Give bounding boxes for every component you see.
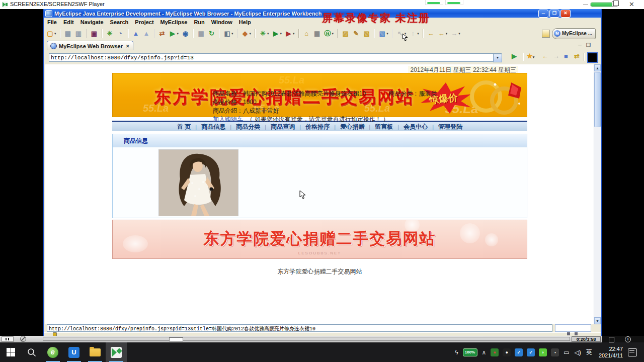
menu-search[interactable]: Search <box>110 19 129 25</box>
nav-item-4[interactable]: 商品查询 <box>271 123 295 130</box>
back-button[interactable]: ←▾ <box>437 29 449 39</box>
go-button[interactable]: ▶ <box>512 52 517 60</box>
power-icon[interactable]: ϟ <box>455 349 458 356</box>
nav-item-9[interactable]: 管理登陆 <box>438 123 462 130</box>
refresh-page-icon[interactable]: ⇄ <box>574 52 580 60</box>
nav-item-6[interactable]: 爱心捐赠 <box>340 123 364 130</box>
nav-item-3[interactable]: 商品分类 <box>236 123 260 130</box>
sync2-tray-icon[interactable]: ✓ <box>527 348 535 356</box>
close-button[interactable] <box>560 10 571 18</box>
no-loop-icon[interactable] <box>20 336 26 342</box>
chevron-up-icon[interactable]: ∧ <box>482 349 487 356</box>
seek-bar[interactable] <box>43 337 570 341</box>
dropdown-arrow-icon[interactable]: ▾ <box>386 32 388 36</box>
nav-item-8[interactable]: 会员中心 <box>404 123 428 130</box>
print-button[interactable]: ▥ <box>74 29 84 39</box>
menu-project[interactable]: Project <box>135 19 153 25</box>
volume-icon[interactable]: ◁) <box>575 349 581 356</box>
web-browser-button[interactable]: ◉ <box>181 29 190 39</box>
annotate-button[interactable]: ✎ <box>351 29 361 39</box>
dropdown-arrow-icon[interactable]: ▾ <box>293 32 295 36</box>
dropdown-arrow-icon[interactable]: ▾ <box>280 32 282 36</box>
validate-alt-button[interactable]: ▲ <box>142 29 151 39</box>
minimize-pane-icon[interactable]: ─ <box>578 42 582 48</box>
open-perspective-icon[interactable] <box>542 30 550 38</box>
menu-run[interactable]: Run <box>194 19 204 25</box>
notification-center-icon[interactable] <box>628 348 637 356</box>
dropdown-arrow-icon[interactable]: ▾ <box>458 32 460 36</box>
scrollbar-thumb[interactable] <box>594 72 601 127</box>
open-file-button[interactable]: ▧ <box>362 29 371 39</box>
url-dropdown-icon[interactable]: ▼ <box>493 54 502 62</box>
restore-pane-icon[interactable]: ❐ <box>586 42 591 48</box>
debug-button[interactable]: ✳▾ <box>258 29 270 39</box>
seek-thumb[interactable] <box>169 337 183 341</box>
new-folder-button[interactable]: ▧▾ <box>377 29 389 39</box>
color-app-tray-icon[interactable]: ● <box>491 348 499 356</box>
restore-window-icon[interactable] <box>612 2 617 7</box>
browser-forward-icon[interactable]: → <box>553 52 559 60</box>
taskbar-u-app-button[interactable]: U <box>63 342 85 362</box>
deploy-button[interactable]: ⇄ <box>157 29 167 39</box>
nav-item-7[interactable]: 留言板 <box>375 123 393 130</box>
scroll-down-icon[interactable]: ▼ <box>594 317 601 324</box>
menu-myeclipse[interactable]: MyEclipse <box>160 19 188 25</box>
stop-icon[interactable]: ■ <box>564 52 568 60</box>
ime-indicator[interactable]: 英 <box>586 348 592 356</box>
coverage-button[interactable]: Ⓖ▾ <box>323 29 335 39</box>
timer-button[interactable]: ◔ <box>116 29 125 39</box>
dropdown-arrow-icon[interactable]: ▾ <box>332 32 334 36</box>
forward-button[interactable]: →▾ <box>449 29 461 39</box>
start-button[interactable] <box>0 342 21 362</box>
package-explorer-button[interactable]: ▣ <box>90 29 99 39</box>
close-tab-icon[interactable]: ✕ <box>126 44 130 49</box>
profile-button[interactable]: ◆▾ <box>240 29 253 39</box>
product-image[interactable] <box>158 149 238 216</box>
scroll-up-icon[interactable]: ▲ <box>594 64 601 71</box>
refresh-button[interactable]: ↻ <box>207 29 216 39</box>
open-type-button[interactable]: ⌂ <box>302 29 311 39</box>
nav-item-1[interactable]: 首 页 <box>177 123 191 130</box>
url-input[interactable] <box>49 53 502 62</box>
last-edit-button[interactable]: ← <box>426 29 436 39</box>
dropdown-arrow-icon[interactable]: ▾ <box>177 32 179 36</box>
menu-window[interactable]: Window <box>211 19 232 25</box>
taskbar-browser-button[interactable]: e <box>42 342 63 362</box>
run-button[interactable]: ▶▾ <box>271 29 283 39</box>
dropdown-arrow-icon[interactable]: ▾ <box>231 32 233 36</box>
vertical-scrollbar[interactable]: ▲ ▼ <box>594 64 601 324</box>
menu-navigate[interactable]: Navigate <box>80 19 104 25</box>
myeclipse-perspective-button[interactable]: M MyEclipse ... <box>552 28 596 39</box>
dropdown-arrow-icon[interactable]: ▾ <box>267 32 269 36</box>
favorites-icon[interactable]: ★▾ <box>527 52 534 60</box>
snapshot-button[interactable]: ◧▾ <box>222 29 234 39</box>
nav-item-2[interactable]: 商品信息 <box>201 123 225 130</box>
debug-jsp-button[interactable]: ✳ <box>105 29 115 39</box>
nav-item-5[interactable]: 价格排序 <box>305 123 330 130</box>
add-to-cart-link[interactable]: 加入购物车 <box>213 116 243 123</box>
info-icon[interactable]: i <box>625 336 631 342</box>
sync-tray-icon[interactable]: ✓ <box>515 348 523 356</box>
penguin-tray-icon[interactable]: ● <box>503 348 511 356</box>
recorder-tray-icon[interactable]: ▪ <box>551 348 559 356</box>
external-tools-button[interactable]: ▶▾ <box>284 29 296 39</box>
display-tray-icon[interactable]: ▭ <box>564 349 569 356</box>
pause-button[interactable] <box>2 336 14 342</box>
search-jar-button[interactable]: ▦ <box>312 29 322 39</box>
menu-help[interactable]: Help <box>239 19 251 25</box>
tab-myeclipse-web-browser[interactable]: MyEclipse Web Browser ✕ <box>47 41 133 51</box>
toggle-browser-view-button[interactable] <box>587 52 598 63</box>
battery-icon[interactable]: 100% <box>463 348 477 356</box>
validate-button[interactable]: ▲ <box>131 29 141 39</box>
dropdown-arrow-icon[interactable]: ▾ <box>54 32 56 36</box>
taskbar-search-button[interactable] <box>21 342 42 362</box>
save-button[interactable]: ▤ <box>63 29 73 39</box>
open-resource-button[interactable]: ▨ <box>341 29 350 39</box>
dropdown-arrow-icon[interactable]: ▾ <box>417 32 419 36</box>
maximize-button[interactable] <box>549 10 559 18</box>
dropdown-arrow-icon[interactable]: ▾ <box>446 32 448 36</box>
fullscreen-icon[interactable] <box>609 337 614 342</box>
minimize-button[interactable] <box>538 10 548 18</box>
menu-file[interactable]: File <box>47 19 57 25</box>
next-annotation-button[interactable]: ↑▾ <box>408 29 420 39</box>
